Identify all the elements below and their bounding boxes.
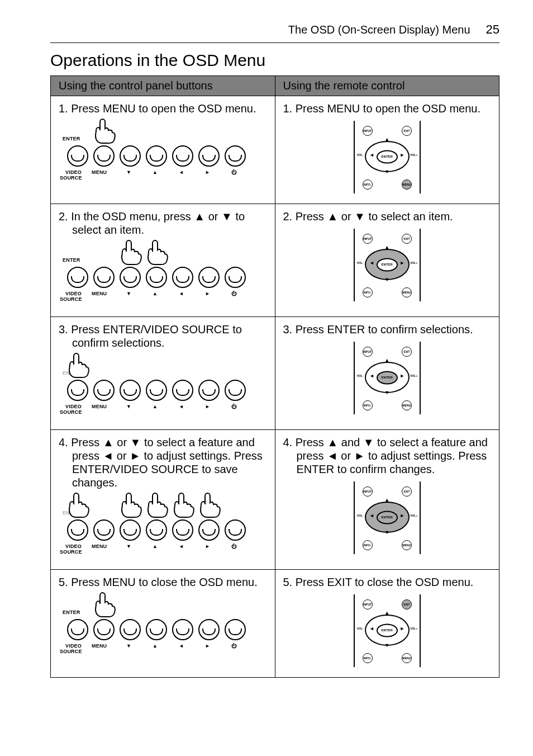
panel-button-0 (67, 619, 88, 640)
step-text-right: 2. Press ▲ or ▼ to select an item. (297, 210, 492, 223)
remote-enter-button: ENTER (377, 624, 398, 637)
panel-button-0 (67, 380, 88, 401)
remote-enter-button: ENTER (377, 371, 398, 385)
panel-button-0 (67, 519, 88, 541)
panel-label-source: SOURCE (60, 410, 82, 415)
right-cell: 5. Press EXIT to close the OSD menu. ENT… (275, 570, 499, 678)
remote-left-icon: ◄ (369, 513, 374, 519)
panel-button-0 (67, 267, 88, 288)
remote-enter-button: ENTER (377, 150, 398, 164)
remote-diagram: ENTER ▲ ▼ ◄ ► VOL- VOL+ INPUT EXIT INFO.… (342, 229, 432, 301)
remote-tr-button: EXIT (402, 126, 412, 136)
control-panel-diagram: ENTERVIDEOMENU▼▲◄►⏻SOURCE (60, 355, 253, 419)
remote-volminus-label: VOL- (357, 153, 364, 157)
left-cell: 1. Press MENU to open the OSD menu. ENTE… (51, 96, 275, 204)
remote-tl-button: INPUT (363, 599, 373, 609)
panel-button-6 (225, 619, 246, 640)
page-number: 25 (486, 22, 499, 37)
panel-label-4: ◄ (179, 170, 184, 175)
step-text-left: 2. In the OSD menu, press ▲ or ▼ to sele… (72, 210, 267, 237)
panel-label-6: ⏻ (231, 404, 236, 409)
panel-button-1 (93, 519, 115, 541)
panel-label-1: MENU (92, 291, 107, 296)
remote-right-icon: ► (399, 626, 404, 632)
running-header: The OSD (On-Screen Display) Menu 25 (50, 22, 499, 43)
panel-label-3: ▲ (153, 404, 158, 409)
remote-bl-button: INFO. (363, 400, 373, 410)
remote-volplus-label: VOL+ (410, 261, 417, 264)
panel-label-2: ▼ (126, 291, 131, 296)
panel-button-5 (198, 145, 220, 167)
left-cell: 4. Press ▲ or ▼ to select a feature and … (51, 430, 275, 570)
instruction-table: Using the control panel buttons Using th… (50, 75, 499, 678)
remote-volminus-label: VOL- (357, 374, 364, 377)
panel-button-4 (172, 619, 193, 640)
remote-br-button: MENU (402, 540, 412, 550)
table-row: 4. Press ▲ or ▼ to select a feature and … (51, 430, 499, 570)
remote-diagram: ENTER ▲ ▼ ◄ ► VOL- VOL+ INPUT EXIT INFO.… (342, 594, 432, 667)
remote-right-icon: ► (399, 513, 404, 519)
remote-down-icon: ▼ (384, 390, 389, 396)
panel-label-5: ► (205, 170, 210, 175)
remote-up-icon: ▲ (384, 244, 389, 250)
panel-button-1 (93, 145, 115, 167)
panel-label-2: ▼ (126, 404, 131, 409)
right-cell: 3. Press ENTER to confirm selections. EN… (275, 317, 499, 430)
step-text-right: 3. Press ENTER to confirm selections. (297, 323, 492, 336)
panel-button-6 (225, 267, 246, 288)
panel-button-5 (198, 619, 220, 640)
remote-tl-button: INPUT (363, 347, 373, 357)
panel-label-enter: ENTER (63, 258, 80, 263)
panel-label-6: ⏻ (231, 291, 236, 296)
panel-button-6 (225, 380, 246, 401)
panel-button-2 (120, 380, 141, 401)
panel-label-5: ► (205, 544, 210, 549)
right-cell: 1. Press MENU to open the OSD menu. ENTE… (275, 96, 499, 204)
remote-enter-button: ENTER (377, 258, 398, 272)
remote-br-button: MENU (402, 400, 412, 410)
panel-label-5: ► (205, 291, 210, 296)
step-text-right: 4. Press ▲ and ▼ to select a feature and… (297, 436, 492, 476)
remote-diagram: ENTER ▲ ▼ ◄ ► VOL- VOL+ INPUT EXIT INFO.… (342, 121, 432, 193)
remote-up-icon: ▲ (384, 136, 389, 142)
panel-label-2: ▼ (126, 644, 131, 649)
remote-bl-button: INFO. (363, 653, 373, 663)
control-panel-diagram: ENTERVIDEOMENU▼▲◄►⏻SOURCE (60, 242, 253, 306)
panel-label-enter: ENTER (63, 136, 80, 141)
panel-label-3: ▲ (153, 644, 158, 649)
panel-label-2: ▼ (126, 544, 131, 549)
remote-left-icon: ◄ (369, 373, 374, 379)
panel-label-source: SOURCE (60, 297, 82, 302)
table-row: 2. In the OSD menu, press ▲ or ▼ to sele… (51, 204, 499, 317)
panel-button-4 (172, 519, 193, 541)
step-text-left: 4. Press ▲ or ▼ to select a feature and … (72, 436, 267, 489)
panel-button-2 (120, 519, 141, 541)
panel-label-4: ◄ (179, 404, 184, 409)
remote-diagram: ENTER ▲ ▼ ◄ ► VOL- VOL+ INPUT EXIT INFO.… (342, 481, 432, 554)
panel-label-6: ⏻ (231, 544, 236, 549)
remote-up-icon: ▲ (384, 609, 389, 616)
panel-label-3: ▲ (153, 544, 158, 549)
step-text-left: 3. Press ENTER/VIDEO SOURCE to confirm s… (72, 323, 267, 349)
remote-br-button: MENU (402, 179, 412, 190)
table-row: 3. Press ENTER/VIDEO SOURCE to confirm s… (51, 317, 499, 430)
panel-label-3: ▲ (153, 291, 158, 296)
panel-label-4: ◄ (179, 644, 184, 649)
panel-button-0 (67, 145, 88, 167)
control-panel-diagram: ENTERVIDEOMENU▼▲◄►⏻SOURCE (60, 495, 253, 559)
remote-down-icon: ▼ (384, 277, 389, 283)
table-row: 5. Press MENU to close the OSD menu. ENT… (51, 570, 499, 678)
step-text-left: 5. Press MENU to close the OSD menu. (72, 575, 267, 589)
remote-tl-button: INPUT (363, 486, 373, 497)
panel-label-source: SOURCE (60, 176, 82, 181)
remote-br-button: MENU (402, 287, 412, 297)
remote-right-icon: ► (399, 260, 404, 266)
remote-up-icon: ▲ (384, 357, 389, 363)
left-cell: 3. Press ENTER/VIDEO SOURCE to confirm s… (51, 317, 275, 430)
panel-button-5 (198, 519, 220, 541)
section-title: Operations in the OSD Menu (50, 51, 499, 70)
page: The OSD (On-Screen Display) Menu 25 Oper… (0, 0, 533, 756)
left-cell: 5. Press MENU to close the OSD menu. ENT… (51, 570, 275, 678)
panel-button-3 (146, 619, 167, 640)
panel-button-4 (172, 267, 193, 288)
